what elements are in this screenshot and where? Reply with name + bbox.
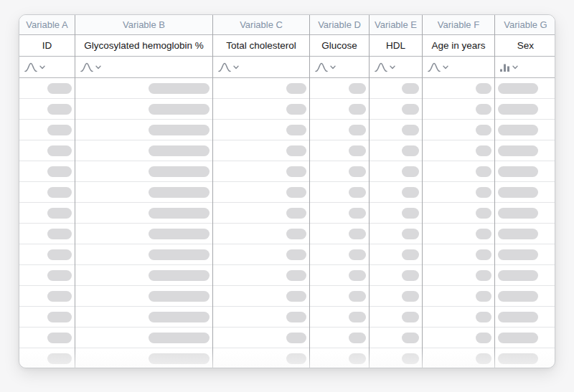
table-cell (19, 328, 75, 348)
column-summary-dropdown-a[interactable] (19, 57, 75, 78)
table-cell (213, 140, 309, 161)
table-cell (423, 78, 494, 99)
data-placeholder-pill (476, 145, 491, 156)
data-placeholder-pill (47, 353, 72, 364)
column-variable-header-g[interactable]: Variable G (495, 15, 555, 35)
column-variable-header-e[interactable]: Variable E (370, 15, 422, 35)
data-placeholder-pill (286, 83, 306, 94)
table-cell (495, 265, 555, 286)
data-placeholder-pill (402, 270, 419, 281)
column-name-header-a[interactable]: ID (19, 35, 75, 57)
data-placeholder-pill (402, 312, 419, 322)
column-summary-dropdown-e[interactable] (370, 57, 422, 78)
table-cell (75, 203, 212, 224)
data-placeholder-pill (498, 249, 538, 260)
data-placeholder-pill (498, 187, 538, 198)
table-cell (213, 286, 309, 307)
table-cell (423, 161, 494, 182)
column-variable-header-c[interactable]: Variable C (213, 15, 309, 35)
table-cell (213, 182, 309, 203)
column-name-header-f[interactable]: Age in years (423, 35, 494, 57)
column-name-header-g[interactable]: Sex (495, 35, 555, 57)
data-placeholder-pill (476, 249, 491, 260)
table-cell (213, 328, 309, 348)
data-placeholder-pill (149, 229, 210, 239)
data-placeholder-pill (47, 125, 72, 135)
data-placeholder-pill (47, 208, 72, 219)
table-cell (495, 244, 555, 265)
table-cell (213, 120, 309, 140)
data-placeholder-pill (149, 270, 210, 281)
table-cell (423, 224, 494, 244)
data-placeholder-pill (476, 83, 491, 94)
column-summary-dropdown-g[interactable] (495, 57, 555, 78)
data-placeholder-pill (149, 353, 210, 364)
column-name-header-b[interactable]: Glycosylated hemoglobin % (75, 35, 212, 57)
column-summary-dropdown-f[interactable] (423, 57, 494, 78)
table-cell (423, 140, 494, 161)
data-placeholder-pill (149, 166, 210, 177)
table-cell (370, 203, 422, 224)
table-cell (75, 182, 212, 203)
data-placeholder-pill (476, 104, 491, 115)
table-cell (423, 244, 494, 265)
table-cell (310, 161, 369, 182)
table-cell (213, 265, 309, 286)
data-placeholder-pill (498, 229, 538, 239)
data-placeholder-pill (149, 145, 210, 156)
data-placeholder-pill (349, 83, 366, 94)
table-cell (19, 224, 75, 244)
table-cell (495, 99, 555, 120)
data-placeholder-pill (498, 333, 538, 343)
data-placeholder-pill (402, 333, 419, 343)
data-placeholder-pill (498, 166, 538, 177)
data-placeholder-pill (286, 312, 306, 322)
table-cell (370, 224, 422, 244)
distribution-icon (80, 62, 93, 72)
table-cell (75, 120, 212, 140)
table-cell (310, 265, 369, 286)
data-placeholder-pill (498, 270, 538, 281)
data-placeholder-pill (402, 104, 419, 115)
table-cell (310, 328, 369, 348)
column-variable-header-b[interactable]: Variable B (75, 15, 212, 35)
data-placeholder-pill (402, 353, 419, 364)
column-variable-header-a[interactable]: Variable A (19, 15, 75, 35)
table-cell (423, 328, 494, 348)
column-summary-dropdown-b[interactable] (75, 57, 212, 78)
column-summary-dropdown-c[interactable] (213, 57, 309, 78)
table-cell (495, 224, 555, 244)
table-cell (213, 203, 309, 224)
table-cell (495, 286, 555, 307)
table-cell (213, 307, 309, 328)
data-placeholder-pill (286, 208, 306, 219)
column-name-header-d[interactable]: Glucose (310, 35, 369, 57)
data-placeholder-pill (498, 125, 538, 135)
data-grid: Variable AIDVariable BGlycosylated hemog… (19, 15, 555, 368)
table-cell (310, 78, 369, 99)
table-cell (310, 348, 369, 368)
data-placeholder-pill (149, 249, 210, 260)
data-placeholder-pill (149, 104, 210, 115)
chevron-down-icon (39, 65, 45, 70)
data-placeholder-pill (476, 291, 491, 302)
data-placeholder-pill (476, 353, 491, 364)
data-placeholder-pill (402, 291, 419, 302)
data-placeholder-pill (402, 208, 419, 219)
data-placeholder-pill (476, 270, 491, 281)
data-placeholder-pill (498, 83, 538, 94)
column-name-header-c[interactable]: Total cholesterol (213, 35, 309, 57)
table-cell (75, 286, 212, 307)
column-name-header-e[interactable]: HDL (370, 35, 422, 57)
table-cell (370, 307, 422, 328)
column-summary-dropdown-d[interactable] (310, 57, 369, 78)
column-variable-header-d[interactable]: Variable D (310, 15, 369, 35)
table-column-f: Variable FAge in years (423, 15, 495, 368)
table-cell (370, 265, 422, 286)
column-variable-header-f[interactable]: Variable F (423, 15, 494, 35)
data-placeholder-pill (402, 229, 419, 239)
data-placeholder-pill (286, 104, 306, 115)
table-cell (495, 161, 555, 182)
data-placeholder-pill (349, 270, 366, 281)
data-placeholder-pill (349, 187, 366, 198)
